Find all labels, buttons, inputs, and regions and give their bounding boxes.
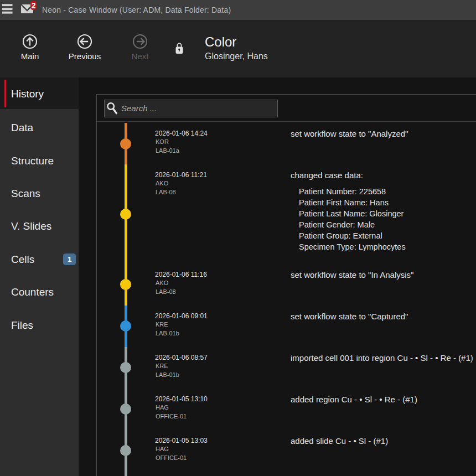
svg-text:2: 2 [32, 1, 36, 10]
